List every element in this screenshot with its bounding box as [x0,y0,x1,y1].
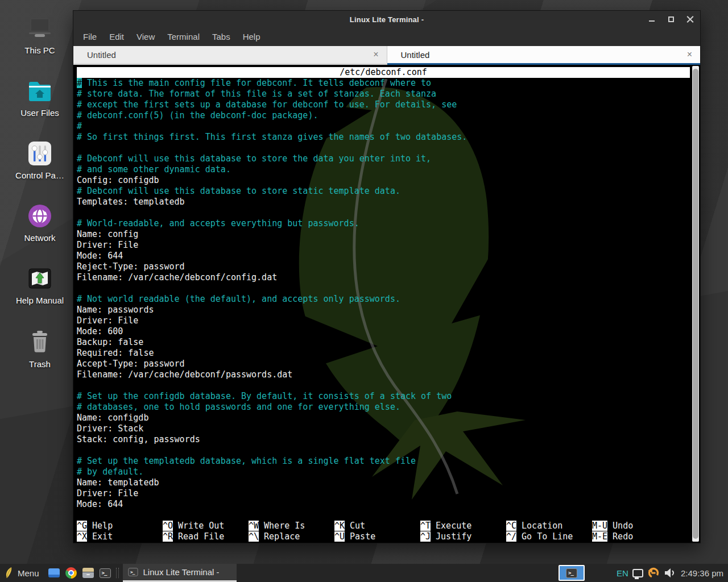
tray-terminal-indicator[interactable]: >_ [559,565,585,581]
menu-edit[interactable]: Edit [103,28,130,46]
volume-icon[interactable] [664,568,675,578]
desktop-icon-this-pc[interactable]: This PC [0,16,80,55]
terminal-line: # Not world readable (the default), and … [77,294,690,305]
terminal-line: Config: configdb [77,175,690,186]
terminal-line: Reject-Type: password [77,261,690,272]
terminal-scrollbar-thumb[interactable] [693,69,698,539]
system-tray: >_ EN 2:49:36 pm [559,565,723,581]
terminal-line: Mode: 600 [77,326,690,337]
desktop-icon-label: Help Manual [0,296,80,305]
file-manager-launcher[interactable] [82,568,94,578]
desktop-icon-control-panel[interactable]: Control Pa… [0,141,80,180]
nano-cursor: # [77,78,82,88]
manual-map-icon [26,266,53,291]
terminal-launcher[interactable]: >_ [100,568,111,578]
globe-icon [26,203,53,228]
menu-terminal[interactable]: Terminal [161,28,206,46]
nano-shortcut: ^/Go To Line [506,531,573,542]
terminal-line: Name: templatedb [77,477,690,488]
tab-bar: Untitled×Untitled× [73,46,700,65]
terminal-line: Stack: config, passwords [77,434,690,445]
terminal-line: # So first things first. This first stan… [77,132,690,143]
terminal-scrollbar[interactable] [692,66,699,542]
menu-button[interactable] [5,567,14,579]
terminal-line: Filename: /var/cache/debconf/passwords.d… [77,369,690,380]
nano-shortcut: ^JJustify [420,531,471,542]
terminal-line: # Set up the templatedb database, which … [77,456,690,467]
linux-lite-logo-icon [5,567,14,579]
terminal-line: Name: config [77,229,690,240]
terminal-line [77,143,690,153]
nano-shortcut: ^RRead File [163,531,224,542]
nano-filename: /etc/debconf.conf [340,67,427,78]
menu-file[interactable]: File [77,28,103,46]
nano-shortcut: ^TExecute [420,521,471,531]
terminal-line [77,380,690,391]
terminal-line: # except the first sets up a database fo… [77,99,690,110]
menu-button-label[interactable]: Menu [18,568,39,578]
terminal-pane[interactable]: GNU nano 7.2 /etc/debconf.conf # This is… [73,65,700,543]
terminal-line: # Debconf will use this database to stor… [77,153,690,164]
terminal-line: # by default. [77,467,690,477]
desktop-icon-user-files[interactable]: User Files [0,78,80,118]
window-titlebar[interactable]: Linux Lite Terminal - [73,11,700,28]
file-manager-icon [82,568,94,578]
terminal-window: Linux Lite Terminal - FileEditViewTermin… [73,10,701,543]
terminal-line: Backup: false [77,337,690,348]
desktop-icon-network[interactable]: Network [0,203,80,243]
nano-shortcut: M-UUndo [592,521,633,531]
menu-bar: FileEditViewTerminalTabsHelp [73,28,700,46]
tab-close-icon[interactable]: × [373,50,378,59]
taskbar-window-label: Linux Lite Terminal - [143,567,220,577]
nano-shortcut: ^KCut [334,521,365,531]
window-maximize-icon[interactable] [667,15,675,23]
nano-buffer: # This is the main config file for debco… [77,78,690,510]
nano-shortcut: ^WWhere Is [249,521,305,531]
monitor-icon [48,568,60,577]
terminal-line: # and some other dynamic data. [77,164,690,175]
terminal-tab-1[interactable]: Untitled× [73,46,387,65]
desktop-icon-help-manual[interactable]: Help Manual [0,266,80,305]
menu-help[interactable]: Help [237,28,267,46]
terminal-line: # debconf.conf(5) (in the debconf-doc pa… [77,110,690,121]
nano-titlebar: GNU nano 7.2 /etc/debconf.conf [77,67,690,78]
terminal-line: Mode: 644 [77,251,690,261]
show-desktop-launcher[interactable] [48,568,60,577]
window-close-icon[interactable] [686,15,694,23]
terminal-tab-2[interactable]: Untitled× [387,46,701,65]
terminal-line: # Debconf will use this database to stor… [77,186,690,197]
menu-view[interactable]: View [130,28,161,46]
tab-label: Untitled [387,50,430,60]
terminal-line [77,445,690,456]
nano-shortcut: M-ERedo [592,531,633,542]
nano-shortcut-bar: ^GHelp^OWrite Out^WWhere Is^KCut^TExecut… [77,521,690,542]
desktop-icon-label: Trash [0,359,80,369]
taskbar-window-button[interactable]: >_ Linux Lite Terminal - [123,564,237,582]
desktop-icon-label: Control Pa… [0,171,80,180]
window-title: Linux Lite Terminal - [350,15,424,24]
terminal-line: Driver: Stack [77,423,690,434]
terminal-line: # This is the main config file for debco… [77,78,690,89]
terminal-line: Name: passwords [77,305,690,315]
keyboard-layout-indicator[interactable]: EN [617,568,628,578]
terminal-line: Name: configdb [77,413,690,423]
nano-shortcut: ^XExit [77,531,113,542]
chrome-launcher[interactable] [65,567,77,579]
terminal-line: # store data. The format of this file is… [77,89,690,99]
terminal-line: Templates: templatedb [77,197,690,207]
window-minimize-icon[interactable] [648,15,656,23]
update-manager-icon[interactable] [647,567,660,579]
terminal-icon: >_ [128,568,138,576]
desktop-icon-trash[interactable]: Trash [0,330,80,369]
nano-shortcut: ^OWrite Out [163,521,224,531]
menu-tabs[interactable]: Tabs [206,28,237,46]
nano-shortcut: ^GHelp [77,521,113,531]
laptop-icon [26,16,53,41]
clock[interactable]: 2:49:36 pm [681,568,723,578]
desktop-icon-label: Network [0,233,80,243]
taskbar-handle[interactable] [116,568,119,578]
nano-shortcut: ^UPaste [334,531,375,542]
terminal-line: Filename: /var/cache/debconf/config.dat [77,272,690,283]
screen-icon[interactable] [632,569,643,577]
tab-close-icon[interactable]: × [687,50,692,59]
